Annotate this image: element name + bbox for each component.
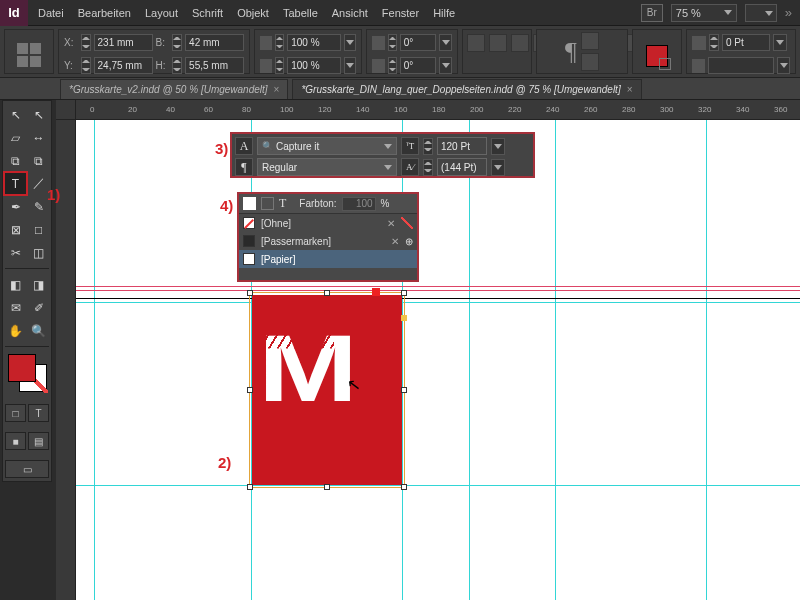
margin-guide[interactable]	[76, 485, 800, 486]
apply-gradient[interactable]: ▤	[28, 432, 49, 450]
tab-doc-1[interactable]: *Grusskarte_v2.indd @ 50 % [Umgewandelt]…	[60, 79, 288, 99]
sx-dd[interactable]	[344, 34, 356, 51]
type-tool[interactable]: T	[5, 173, 26, 194]
flip-h-icon[interactable]	[511, 34, 529, 52]
para-format-icon[interactable]: ¶	[235, 158, 253, 176]
zoom-level[interactable]: 75 %	[671, 4, 737, 22]
selection-tool[interactable]: ↖	[5, 104, 26, 125]
column-guide[interactable]	[94, 120, 95, 600]
content-placer-tool[interactable]: ⧉	[28, 150, 49, 171]
view-mode[interactable]: ▭	[5, 460, 49, 478]
stroke-style-dd[interactable]	[777, 57, 790, 74]
stroke-style-field[interactable]	[708, 57, 774, 74]
menu-window[interactable]: Fenster	[382, 7, 419, 19]
column-guide[interactable]	[555, 120, 556, 600]
swatch-row-none[interactable]: [Ohne] ✕	[239, 214, 417, 232]
shear-stepper[interactable]	[388, 57, 397, 74]
note-tool[interactable]: ✉	[5, 297, 26, 318]
hand-tool[interactable]: ✋	[5, 320, 26, 341]
scissors-tool[interactable]: ✂	[5, 242, 26, 263]
rot-stepper[interactable]	[388, 34, 397, 51]
text-target-icon[interactable]: T	[279, 196, 286, 211]
shear-dd[interactable]	[439, 57, 452, 74]
handle-top-left[interactable]	[247, 290, 253, 296]
stroke-dd[interactable]	[773, 34, 787, 51]
handle-bot-right[interactable]	[401, 484, 407, 490]
x-stepper[interactable]	[81, 34, 91, 51]
rotate-cw-icon[interactable]	[467, 34, 485, 52]
leading-stepper[interactable]	[423, 159, 433, 176]
size-dd[interactable]	[491, 138, 505, 155]
h-stepper[interactable]	[172, 57, 182, 74]
ruler-origin[interactable]	[56, 100, 76, 120]
reference-point[interactable]	[4, 29, 54, 74]
stroke-stepper[interactable]	[709, 34, 719, 51]
sy-dd[interactable]	[344, 57, 356, 74]
w-stepper[interactable]	[172, 34, 182, 51]
formatting-text[interactable]: T	[28, 404, 49, 422]
handle-top-right[interactable]	[401, 290, 407, 296]
paragraph-style-icon[interactable]: ¶	[565, 37, 577, 67]
fill-swatch[interactable]	[646, 45, 668, 67]
out-port[interactable]	[401, 315, 407, 321]
size-stepper[interactable]	[423, 138, 433, 155]
fill-proxy-icon[interactable]	[243, 197, 256, 210]
pen-tool[interactable]: ✒	[5, 196, 26, 217]
free-transform-tool[interactable]: ◫	[28, 242, 49, 263]
menu-view[interactable]: Ansicht	[332, 7, 368, 19]
column-guide[interactable]	[469, 120, 470, 600]
font-size-field[interactable]: 120 Pt	[437, 137, 487, 155]
rot-dd[interactable]	[439, 34, 452, 51]
sy-field[interactable]: 100 %	[287, 57, 340, 74]
gradient-feather-tool[interactable]: ◨	[28, 274, 49, 295]
sx-field[interactable]: 100 %	[287, 34, 340, 51]
gap-tool[interactable]: ↔	[28, 127, 49, 148]
wrap-icon[interactable]	[581, 53, 599, 71]
y-stepper[interactable]	[81, 57, 91, 74]
handle-bot-left[interactable]	[247, 484, 253, 490]
sy-stepper[interactable]	[275, 57, 284, 74]
sx-stepper[interactable]	[275, 34, 284, 51]
tab-doc-2[interactable]: *Grusskarte_DIN_lang_quer_Doppelseiten.i…	[292, 79, 641, 99]
effects-icon[interactable]	[581, 32, 599, 50]
handle-top-mid[interactable]	[324, 290, 330, 296]
menu-help[interactable]: Hilfe	[433, 7, 455, 19]
menu-layout[interactable]: Layout	[145, 7, 178, 19]
menu-edit[interactable]: Bearbeiten	[78, 7, 131, 19]
menu-type[interactable]: Schrift	[192, 7, 223, 19]
rot-field[interactable]: 0°	[400, 34, 437, 51]
bridge-button[interactable]: Br	[641, 4, 663, 22]
x-field[interactable]: 231 mm	[94, 34, 153, 51]
w-field[interactable]: 42 mm	[185, 34, 244, 51]
gradient-swatch-tool[interactable]: ◧	[5, 274, 26, 295]
stroke-field[interactable]: 0 Pt	[722, 34, 770, 51]
rotate-ccw-icon[interactable]	[489, 34, 507, 52]
tint-field[interactable]	[342, 197, 376, 211]
close-icon[interactable]: ×	[274, 84, 280, 95]
stroke-proxy-icon[interactable]	[261, 197, 274, 210]
apply-color[interactable]: ■	[5, 432, 26, 450]
menu-object[interactable]: Objekt	[237, 7, 269, 19]
close-icon[interactable]: ×	[627, 84, 633, 95]
swatch-row-registration[interactable]: [Passermarken] ✕ ⊕	[239, 232, 417, 250]
handle-left-mid[interactable]	[247, 387, 253, 393]
pencil-tool[interactable]: ✎	[28, 196, 49, 217]
fill-stroke-swatches[interactable]	[5, 354, 49, 394]
shear-field[interactable]: 0°	[400, 57, 437, 74]
menu-table[interactable]: Tabelle	[283, 7, 318, 19]
leading-field[interactable]: (144 Pt)	[437, 158, 487, 176]
handle-bot-mid[interactable]	[324, 484, 330, 490]
fill-color[interactable]	[8, 354, 36, 382]
content-collector-tool[interactable]: ⧉	[5, 150, 26, 171]
screen-mode-button[interactable]	[745, 4, 777, 22]
char-format-icon[interactable]: A	[235, 137, 253, 155]
handle-right-mid[interactable]	[401, 387, 407, 393]
column-guide[interactable]	[706, 120, 707, 600]
horizontal-ruler[interactable]: 0 20 40 60 80 100 120 140 160 180 200 22…	[76, 100, 800, 120]
y-field[interactable]: 24,75 mm	[94, 57, 153, 74]
rectangle-tool[interactable]: □	[28, 219, 49, 240]
direct-selection-tool[interactable]: ↖	[28, 104, 49, 125]
menu-file[interactable]: Datei	[38, 7, 64, 19]
rectangle-frame-tool[interactable]: ⊠	[5, 219, 26, 240]
page-tool[interactable]: ▱	[5, 127, 26, 148]
